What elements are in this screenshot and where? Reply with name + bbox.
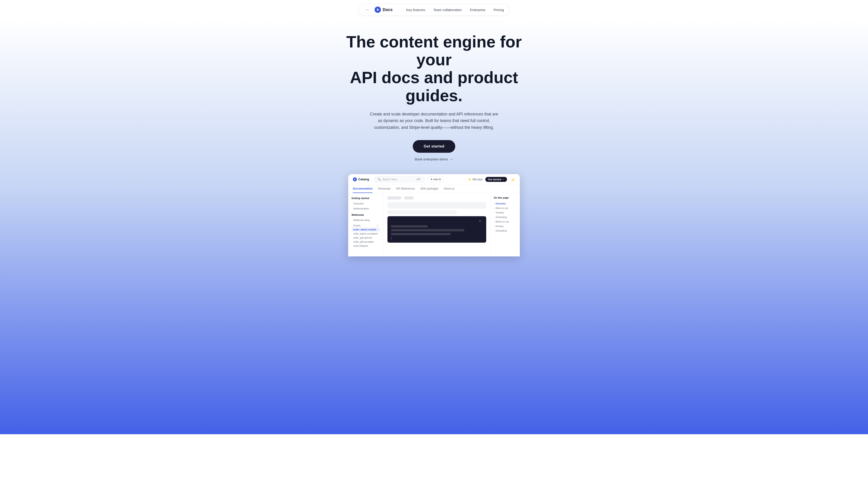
sidebar-events-label: Events	[353, 224, 361, 227]
docs-main-content: › ⧉ }	[383, 193, 490, 256]
docs-logo-icon	[353, 177, 357, 182]
code-line-3	[391, 233, 451, 235]
code-line-2	[391, 229, 464, 231]
docs-right-sidebar: On this page Overview When to use Timeli…	[490, 193, 520, 256]
on-this-page-item-overview[interactable]: Overview	[494, 201, 517, 206]
docs-preview: Catalog 🔍 Search docs ⌘K ✦ Ask AI ⭐ 256 …	[348, 174, 520, 256]
nav-link-team-collaboration[interactable]: Team collaboration	[433, 8, 462, 12]
nav-link-key-features[interactable]: Key features	[406, 8, 425, 12]
back-button[interactable]: ←	[364, 6, 371, 13]
docs-content-subheading	[388, 210, 457, 215]
on-this-page-item-scheduling-2[interactable]: Scheduling	[494, 228, 517, 233]
docs-breadcrumb: ›	[388, 196, 486, 199]
code-line-1	[391, 225, 428, 228]
tab-documentation[interactable]: Documentation	[353, 185, 373, 193]
docs-logo-text: Catalog	[358, 177, 369, 181]
search-icon: 🔍	[377, 178, 381, 181]
hero-section: The content engine for your API docs and…	[0, 20, 868, 434]
docs-logo: Catalog	[353, 177, 369, 182]
docs-search-kbd: ⌘K	[416, 178, 421, 181]
enterprise-demo-button[interactable]: Book enterprise demo →	[415, 157, 454, 161]
nav-link-pricing[interactable]: Pricing	[493, 8, 504, 12]
docs-search-bar[interactable]: 🔍 Search docs ⌘K	[375, 176, 424, 182]
hero-subtitle: Create and scale developer documentation…	[368, 111, 500, 131]
sidebar-item-order-gift-accepted[interactable]: order_gift.accepted	[351, 240, 380, 244]
get-started-button[interactable]: Get started	[413, 140, 455, 153]
docs-nav-tabs: Documentation Showcase API References SD…	[348, 185, 520, 193]
sidebar-webhooks-section: Webhooks Webhook setup	[348, 214, 383, 222]
hero-title: The content engine for your API docs and…	[332, 33, 536, 105]
logo-icon	[375, 6, 381, 13]
docs-code-block: ⧉ }	[388, 216, 486, 242]
nav-inner: ← Docs Key features Team collaboration E…	[359, 4, 509, 16]
on-this-page-item-routing[interactable]: Routing	[494, 224, 517, 228]
sidebar-item-webhook-setup[interactable]: Webhook setup	[351, 218, 380, 222]
on-this-page-item-scheduling-1[interactable]: Scheduling	[494, 215, 517, 219]
sidebar-item-overview[interactable]: Overview	[351, 201, 380, 206]
docs-body: Getting started Overview Authentication …	[348, 193, 520, 256]
sidebar-item-order-gift-opened[interactable]: order_gift.opened	[351, 236, 380, 240]
docs-search-placeholder: Search docs	[382, 178, 397, 181]
breadcrumb-chevron-icon: ›	[402, 197, 403, 199]
stars-count: 256 stars	[472, 178, 483, 181]
docs-content-heading	[388, 202, 486, 208]
on-this-page-title: On this page	[494, 196, 517, 199]
code-block-topbar: ⧉	[391, 219, 483, 223]
code-copy-icon[interactable]: ⧉	[479, 219, 483, 223]
docs-ask-ai-button[interactable]: ✦ Ask AI	[428, 176, 443, 182]
enterprise-demo-label: Book enterprise demo	[415, 157, 448, 161]
docs-topbar-right: ⭐ 256 stars Get started → 🌙	[468, 177, 515, 182]
tab-about-us[interactable]: About us	[444, 185, 454, 193]
back-arrow-icon: ←	[366, 8, 370, 12]
sidebar-item-order-batch-created[interactable]: order_batch.created	[351, 228, 380, 232]
hero-cta-group: Get started Book enterprise demo →	[413, 140, 455, 161]
tab-showcase[interactable]: Showcase	[378, 185, 391, 193]
nav-link-enterprise[interactable]: Enterprise	[470, 8, 485, 12]
sidebar-getting-started-section: Getting started Overview Authentication	[348, 197, 383, 211]
enterprise-demo-arrow-icon: →	[450, 157, 453, 161]
breadcrumb-segment-1	[388, 196, 401, 199]
tab-api-references[interactable]: API References	[396, 185, 415, 193]
docs-stars: ⭐ 256 stars	[468, 178, 483, 181]
sidebar-events-section: Events ▾ order_batch.created order_batch…	[348, 223, 383, 248]
nav-links: Key features Team collaboration Enterpri…	[406, 8, 504, 12]
sidebar-item-order-shipped[interactable]: order.shipped	[351, 244, 380, 248]
on-this-page-item-where-to-use[interactable]: Where to use	[494, 219, 517, 224]
code-brace: }	[391, 237, 483, 239]
sidebar-events-header[interactable]: Events ▾	[351, 223, 380, 228]
theme-toggle-button[interactable]: 🌙	[510, 177, 515, 182]
sidebar-webhooks-title: Webhooks	[351, 214, 380, 216]
sidebar-item-order-batch-completed[interactable]: order_batch.completed	[351, 232, 380, 236]
docs-preview-wrapper: Catalog 🔍 Search docs ⌘K ✦ Ask AI ⭐ 256 …	[348, 174, 520, 256]
sidebar-item-authentication[interactable]: Authentication	[351, 206, 380, 211]
docs-topbar: Catalog 🔍 Search docs ⌘K ✦ Ask AI ⭐ 256 …	[348, 174, 520, 185]
sidebar-getting-started-title: Getting started	[351, 197, 380, 199]
nav-logo-text: Docs	[383, 7, 393, 12]
tab-sdk-packages[interactable]: SDK packages	[421, 185, 438, 193]
on-this-page-item-timeline[interactable]: Timeline	[494, 210, 517, 215]
on-this-page-item-when-to-use[interactable]: When to use	[494, 206, 517, 210]
docs-sidebar: Getting started Overview Authentication …	[348, 193, 383, 256]
nav-logo: Docs	[375, 6, 393, 13]
breadcrumb-segment-2	[404, 196, 413, 199]
github-icon: ⭐	[468, 178, 471, 181]
sidebar-events-chevron-icon: ▾	[377, 224, 378, 227]
navbar: ← Docs Key features Team collaboration E…	[0, 0, 868, 20]
ask-ai-label: ✦ Ask AI	[430, 178, 441, 181]
docs-get-started-button[interactable]: Get started →	[485, 177, 507, 182]
